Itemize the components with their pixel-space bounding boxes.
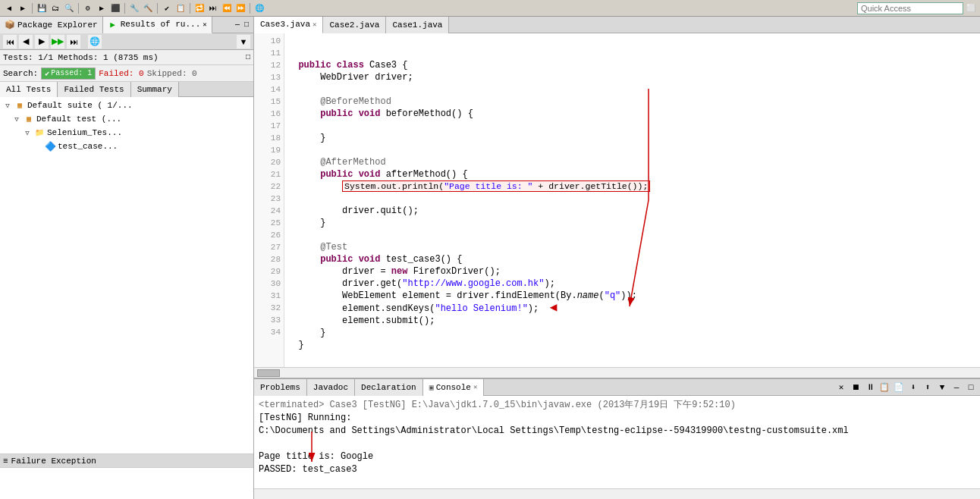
tab-console-label: Console xyxy=(436,383,471,392)
left-toolbar-btn-3[interactable]: ▶ xyxy=(35,35,49,49)
tab-all-tests-label: All Tests xyxy=(6,85,51,94)
console-btn-5[interactable]: 📄 xyxy=(893,381,905,394)
tab-summary-label: Summary xyxy=(137,85,172,94)
tab-declaration[interactable]: Declaration xyxy=(355,379,423,396)
maximize-btn[interactable]: □ xyxy=(243,20,250,30)
console-btn-4[interactable]: 📋 xyxy=(878,381,890,394)
console-btn-8[interactable]: ▼ xyxy=(936,381,948,394)
tree-item-test-case[interactable]: 🔷 test_case... xyxy=(2,140,252,153)
tab-case2[interactable]: Case2.java xyxy=(323,17,386,33)
results-icon: ▶ xyxy=(108,19,118,30)
console-line3 xyxy=(259,438,975,450)
console-btn-3[interactable]: ⏸ xyxy=(864,381,876,394)
skipped-text: Skipped: 0 xyxy=(147,69,197,78)
toolbar-icon-6[interactable]: ⚙ xyxy=(82,2,94,14)
minimize-btn[interactable]: — xyxy=(234,20,241,30)
test-label: Default test (... xyxy=(36,115,121,124)
code-line-25: @Test xyxy=(287,242,347,253)
tab-console[interactable]: ▣ Console ✕ xyxy=(423,379,485,396)
console-minimize[interactable]: — xyxy=(950,381,963,394)
left-toolbar-btn-7[interactable]: ▼ xyxy=(237,35,250,49)
test-nav-tabs: All Tests Failed Tests Summary xyxy=(0,82,253,97)
tab-results[interactable]: ▶ Results of ru... ✕ xyxy=(103,17,212,33)
code-line-26: public void test_case3() { xyxy=(287,254,462,265)
failure-content xyxy=(0,468,253,499)
toolbar-icon-15[interactable]: ⏪ xyxy=(221,2,233,14)
tree-item-selenium[interactable]: ▽ 📁 Selenium_Tes... xyxy=(2,126,252,140)
passed-badge[interactable]: ✔ Passed: 1 xyxy=(42,68,95,79)
code-line-12: WebDriver driver; xyxy=(287,72,413,83)
left-toolbar-btn-6[interactable]: 🌐 xyxy=(88,35,102,49)
expand-icon-selenium: ▽ xyxy=(23,128,32,137)
toolbar-icon-11[interactable]: ✔ xyxy=(161,2,173,14)
failure-icon: ≡ xyxy=(3,457,8,466)
console-tab-close[interactable]: ✕ xyxy=(473,383,477,391)
tab-problems[interactable]: Problems xyxy=(254,379,307,396)
tab-failed-tests[interactable]: Failed Tests xyxy=(58,82,130,97)
case-icon: 🔷 xyxy=(44,140,56,152)
left-toolbar-btn-5[interactable]: ⏭ xyxy=(67,35,80,49)
tree-item-default-test[interactable]: ▽ ▦ Default test (... xyxy=(2,112,252,126)
toolbar-icon-17[interactable]: 🌐 xyxy=(253,2,265,14)
toolbar-icon-18[interactable]: ⬜ xyxy=(965,2,977,14)
code-line-11: public class Case3 { xyxy=(287,60,407,71)
editor-area: 10 11 12 13 14 15 16 17 18 19 20 21 22 2… xyxy=(254,33,980,367)
hscroll-thumb[interactable] xyxy=(257,369,280,377)
toolbar-icon-1[interactable]: ◀ xyxy=(3,2,15,14)
tab-all-tests[interactable]: All Tests xyxy=(0,82,58,97)
code-line-20: public void afterMethod() { xyxy=(287,169,468,180)
test-tree: ▽ ▦ Default suite ( 1/... ▽ ▦ Default te… xyxy=(0,97,253,453)
toolbar-sep-1 xyxy=(32,3,33,14)
toolbar-sep-3 xyxy=(124,3,125,14)
console-clear-btn[interactable]: ✕ xyxy=(835,381,847,394)
toolbar-icon-5[interactable]: 🔍 xyxy=(63,2,75,14)
search-bar: Search: ✔ Passed: 1 Failed: 0 Skipped: 0 xyxy=(0,65,253,82)
console-btn-7[interactable]: ⬆ xyxy=(922,381,934,394)
tab-package-explorer[interactable]: 📦 Package Explorer xyxy=(0,17,103,33)
package-explorer-icon: 📦 xyxy=(5,20,15,30)
console-line5: PASSED: test_case3 xyxy=(259,463,975,476)
main-layout: 📦 Package Explorer ▶ Results of ru... ✕ … xyxy=(0,17,980,499)
tab-case1-label: Case1.java xyxy=(392,20,442,30)
left-toolbar: ⏮ ◀ ▶ ▶▶ ⏭ 🌐 ▼ xyxy=(0,33,253,50)
tests-info-bar: Tests: 1/1 Methods: 1 (8735 ms) □ xyxy=(0,50,253,65)
toolbar-icon-12[interactable]: 📋 xyxy=(174,2,187,14)
tests-info-expand[interactable]: □ xyxy=(246,53,250,61)
toolbar-icon-3[interactable]: 💾 xyxy=(36,2,48,14)
toolbar-icon-2[interactable]: ▶ xyxy=(17,2,29,14)
quick-access-input[interactable] xyxy=(857,2,963,14)
toolbar-icon-14[interactable]: ⏭ xyxy=(207,2,219,14)
console-maximize[interactable]: □ xyxy=(965,381,977,394)
test-case-label: test_case... xyxy=(58,142,118,151)
toolbar-icon-4[interactable]: 🗂 xyxy=(49,2,61,14)
toolbar-icon-8[interactable]: ⬛ xyxy=(109,2,121,14)
tab-case3[interactable]: Case3.java ✕ xyxy=(254,17,323,33)
case3-close[interactable]: ✕ xyxy=(313,20,316,29)
console-btn-2[interactable]: ⏹ xyxy=(850,381,862,394)
toolbar-icon-16[interactable]: ⏩ xyxy=(234,2,247,14)
passed-count: Passed: 1 xyxy=(51,69,92,77)
left-toolbar-btn-4[interactable]: ▶▶ xyxy=(51,35,64,49)
tab-javadoc[interactable]: Javadoc xyxy=(307,379,355,396)
tab-summary[interactable]: Summary xyxy=(131,82,179,97)
toolbar-icon-7[interactable]: ▶ xyxy=(96,2,108,14)
expand-icon-suite: ▽ xyxy=(3,101,12,110)
code-line-30: element.sendKeys("hello Selenium!"); ◀ xyxy=(287,303,557,314)
tab-case1[interactable]: Case1.java xyxy=(386,17,449,33)
code-line-27: driver = new FirefoxDriver(); xyxy=(287,266,501,277)
console-line2: C:\Documents and Settings\Administrator\… xyxy=(259,425,975,438)
toolbar-sep-4 xyxy=(157,3,158,14)
code-content[interactable]: public class Case3 { WebDriver driver; @… xyxy=(284,33,980,367)
toolbar-icon-10[interactable]: 🔨 xyxy=(142,2,154,14)
console-btn-6[interactable]: ⬇ xyxy=(907,381,919,394)
results-tab-close[interactable]: ✕ xyxy=(203,20,206,29)
toolbar-icon-9[interactable]: 🔧 xyxy=(128,2,140,14)
left-toolbar-btn-2[interactable]: ◀ xyxy=(19,35,33,49)
bottom-hscroll[interactable] xyxy=(254,488,980,499)
editor-hscroll[interactable] xyxy=(254,367,980,378)
left-toolbar-btn-1[interactable]: ⏮ xyxy=(3,35,17,49)
tree-item-default-suite[interactable]: ▽ ▦ Default suite ( 1/... xyxy=(2,99,252,112)
console-icon: ▣ xyxy=(429,383,434,392)
bottom-panel: Problems Javadoc Declaration ▣ Console ✕ xyxy=(254,378,980,499)
toolbar-icon-13[interactable]: 🔁 xyxy=(193,2,206,14)
